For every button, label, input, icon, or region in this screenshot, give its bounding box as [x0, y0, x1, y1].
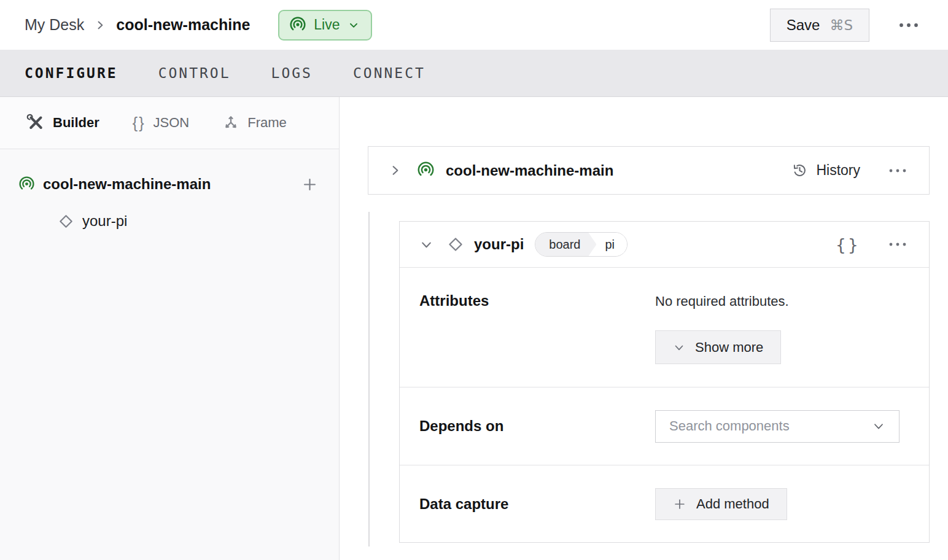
add-method-button[interactable]: Add method — [655, 488, 787, 520]
component-tree: cool-new-machine-main your-pi — [0, 149, 339, 235]
chevron-down-icon — [419, 238, 433, 252]
machine-part-title: cool-new-machine-main — [446, 162, 613, 179]
braces-icon: {} — [133, 114, 146, 132]
broadcast-icon — [417, 161, 435, 179]
tree-item-machine-main[interactable]: cool-new-machine-main — [18, 170, 321, 198]
component-card: your-pi board pi {} Attributes No requir… — [399, 221, 930, 543]
show-more-button[interactable]: Show more — [655, 330, 781, 364]
attributes-section: Attributes No required attributes. Show … — [400, 267, 929, 387]
indent-guide-line — [368, 212, 370, 546]
add-component-button[interactable] — [299, 174, 321, 195]
component-diamond-icon — [447, 236, 464, 253]
tree-item-your-pi[interactable]: your-pi — [18, 207, 321, 235]
ellipsis-icon — [888, 242, 907, 247]
tab-connect[interactable]: CONNECT — [353, 65, 425, 81]
attributes-empty-text: No required attributes. — [655, 292, 789, 311]
tree-item-your-pi-label: your-pi — [82, 212, 127, 230]
depends-on-select[interactable] — [655, 410, 899, 443]
add-method-label: Add method — [696, 496, 769, 512]
config-content: cool-new-machine-main History — [340, 97, 948, 560]
breadcrumb: My Desk cool-new-machine — [25, 16, 250, 34]
component-json-button[interactable]: {} — [836, 235, 860, 254]
tab-configure[interactable]: CONFIGURE — [25, 65, 118, 81]
ellipsis-icon — [898, 22, 920, 28]
broadcast-icon — [289, 17, 306, 34]
view-tab-builder-label: Builder — [53, 115, 99, 131]
view-tab-json-label: JSON — [153, 115, 190, 131]
expand-machine-card-button[interactable] — [387, 162, 403, 179]
machine-name: cool-new-machine — [116, 16, 250, 34]
view-tab-builder[interactable]: Builder — [26, 114, 99, 132]
search-components-input[interactable] — [669, 418, 872, 434]
machine-part-card: cool-new-machine-main History — [368, 146, 930, 195]
top-bar: My Desk cool-new-machine Live Save ⌘S — [0, 0, 948, 50]
component-card-header: your-pi board pi {} — [400, 222, 929, 267]
live-status-label: Live — [314, 17, 340, 33]
page-tabs: CONFIGURE CONTROL LOGS CONNECT — [0, 50, 948, 97]
component-diamond-icon — [58, 213, 74, 230]
history-button-label: History — [816, 162, 860, 179]
component-type-badge: board pi — [535, 232, 627, 257]
view-tab-json[interactable]: {} JSON — [133, 114, 189, 132]
view-tab-frame[interactable]: Frame — [222, 114, 287, 131]
ellipsis-icon — [888, 168, 907, 173]
tab-logs[interactable]: LOGS — [271, 65, 313, 81]
breadcrumb-my-desk[interactable]: My Desk — [25, 16, 84, 34]
tools-icon — [26, 114, 45, 132]
depends-on-label: Depends on — [419, 418, 655, 435]
save-button[interactable]: Save ⌘S — [770, 9, 869, 42]
chevron-right-icon — [94, 19, 106, 31]
data-capture-label: Data capture — [419, 496, 655, 513]
history-button[interactable]: History — [791, 162, 860, 179]
depends-on-section: Depends on — [400, 387, 929, 465]
machine-part-menu-button[interactable] — [885, 165, 911, 177]
view-tab-frame-label: Frame — [247, 115, 287, 131]
frame-axes-icon — [222, 114, 239, 131]
chevron-right-icon — [388, 163, 402, 177]
machine-menu-button[interactable] — [894, 18, 923, 32]
badge-model: pi — [596, 233, 627, 256]
collapse-component-card-button[interactable] — [418, 236, 435, 253]
component-menu-button[interactable] — [885, 238, 911, 251]
history-clock-icon — [791, 162, 808, 179]
chevron-down-icon — [872, 419, 885, 433]
plus-icon — [301, 176, 318, 193]
show-more-label: Show more — [695, 340, 763, 356]
tab-control[interactable]: CONTROL — [158, 65, 231, 81]
save-shortcut: ⌘S — [830, 17, 853, 33]
chevron-down-icon — [348, 19, 360, 31]
sidebar-view-tabs: Builder {} JSON Frame — [0, 97, 339, 149]
attributes-label: Attributes — [419, 292, 655, 364]
tree-item-machine-main-label: cool-new-machine-main — [43, 176, 211, 193]
save-button-label: Save — [787, 17, 820, 34]
plus-icon — [673, 497, 686, 511]
broadcast-icon — [18, 176, 35, 193]
badge-type: board — [535, 233, 596, 256]
data-capture-section: Data capture Add method — [400, 465, 929, 542]
config-sidebar: Builder {} JSON Frame — [0, 97, 340, 560]
chevron-down-icon — [673, 341, 685, 354]
live-status-dropdown[interactable]: Live — [278, 10, 371, 41]
component-title: your-pi — [474, 236, 524, 253]
